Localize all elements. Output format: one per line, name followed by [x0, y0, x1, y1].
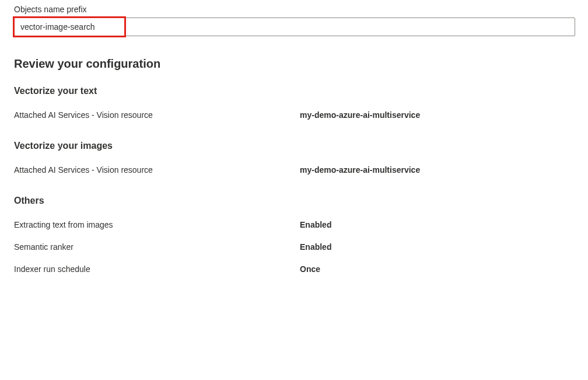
objects-name-prefix-input[interactable]	[14, 18, 575, 36]
others-heading: Others	[14, 196, 574, 206]
configuration-review-panel: Objects name prefix Review your configur…	[0, 0, 588, 301]
config-row: Attached AI Services - Vision resource m…	[14, 165, 574, 175]
config-label: Indexer run schedule	[14, 264, 300, 274]
vectorize-text-heading: Vectorize your text	[14, 86, 574, 96]
objects-name-prefix-label: Objects name prefix	[14, 5, 574, 14]
objects-name-prefix-input-wrapper	[14, 18, 575, 36]
config-value: Once	[300, 264, 320, 274]
config-row: Semantic ranker Enabled	[14, 242, 574, 252]
config-label: Attached AI Services - Vision resource	[14, 110, 300, 120]
config-value: my-demo-azure-ai-multiservice	[300, 165, 420, 175]
config-label: Extracting text from images	[14, 220, 300, 229]
config-label: Semantic ranker	[14, 242, 300, 252]
config-row: Indexer run schedule Once	[14, 264, 574, 274]
config-value: Enabled	[300, 220, 331, 229]
config-row: Extracting text from images Enabled	[14, 220, 574, 229]
review-configuration-heading: Review your configuration	[14, 57, 574, 71]
config-value: my-demo-azure-ai-multiservice	[300, 110, 420, 120]
config-row: Attached AI Services - Vision resource m…	[14, 110, 574, 120]
vectorize-images-heading: Vectorize your images	[14, 141, 574, 151]
config-value: Enabled	[300, 242, 331, 252]
config-label: Attached AI Services - Vision resource	[14, 165, 300, 175]
